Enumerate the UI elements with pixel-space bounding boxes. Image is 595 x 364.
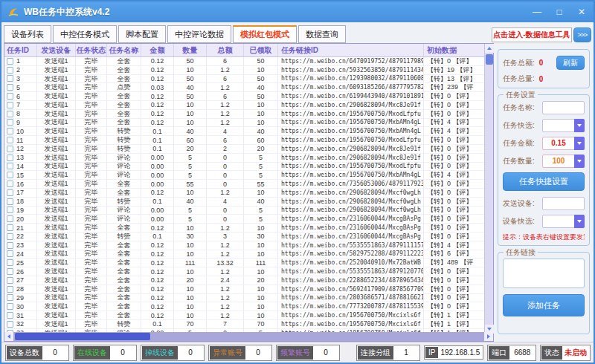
row-checkbox[interactable] — [7, 58, 13, 65]
row-checkbox[interactable] — [7, 233, 13, 240]
row-checkbox[interactable] — [7, 294, 13, 301]
table-row[interactable]: 29发送端1完毕全套0.12101.210https://m.weibo.cn/… — [4, 294, 493, 303]
row-checkbox[interactable] — [7, 119, 13, 126]
table-row[interactable]: 31发送端1完毕全套0.12101.210https://m.weibo.cn/… — [4, 311, 493, 320]
column-header-id[interactable]: 任务ID — [4, 44, 37, 56]
column-header-name[interactable]: 任务名称 — [107, 44, 141, 56]
row-checkbox[interactable] — [7, 268, 13, 275]
horizontal-scrollbar[interactable] — [4, 332, 493, 341]
row-checkbox[interactable] — [7, 102, 13, 108]
refresh-button[interactable]: 刷新 — [556, 56, 585, 70]
table-row[interactable]: 14发送端1完毕评论0.00505https://m.weibo.cn/1956… — [4, 163, 493, 172]
table-row[interactable]: 25发送端1完毕全套0.1211113.32111https://m.weibo… — [4, 259, 493, 267]
column-header-status[interactable]: 任务状态 — [76, 44, 107, 56]
expand-tool-button[interactable]: >>> — [573, 27, 591, 42]
table-row[interactable]: 3发送端1完毕全套0.1250650https://m.weibo.cn/129… — [4, 75, 493, 84]
minimize-icon[interactable]: — — [531, 7, 543, 17]
table-row[interactable]: 12发送端1完毕转赞0.120220https://m.weibo.cn/290… — [4, 145, 493, 154]
data-tool-button[interactable]: 点击进入-数据信息工具 — [492, 27, 572, 42]
task-link-textarea[interactable] — [503, 259, 585, 288]
row-checkbox[interactable] — [7, 181, 13, 187]
task-amount-input[interactable]: 0.15 — [542, 137, 575, 150]
table-row[interactable]: 9发送端1完毕全套0.12101.210https://m.weibo.cn/1… — [4, 119, 493, 128]
row-checkbox[interactable] — [7, 146, 13, 152]
tab-red-packet-sim[interactable]: 模拟红包模式 — [233, 25, 297, 43]
row-checkbox[interactable] — [7, 250, 13, 257]
row-checkbox[interactable] — [7, 286, 13, 293]
tab-data-query[interactable]: 数据查询 — [298, 25, 346, 43]
column-header-amount[interactable]: 金额 — [141, 44, 174, 56]
row-checkbox[interactable] — [7, 163, 13, 169]
row-checkbox[interactable] — [7, 189, 13, 196]
column-header-link[interactable]: 任务链接ID — [278, 44, 424, 56]
table-row[interactable]: 7发送端1完毕全套0.12101.210https://m.weibo.cn/2… — [4, 101, 493, 110]
chevron-down-icon[interactable] — [574, 137, 585, 150]
column-header-count[interactable]: 数量 — [174, 44, 207, 56]
tab-central-task-mode[interactable]: 中控任务模式 — [53, 25, 117, 43]
chevron-down-icon[interactable] — [574, 155, 585, 168]
table-row[interactable]: 10发送端1完毕转赞0.140440https://m.weibo.cn/195… — [4, 127, 493, 136]
table-row[interactable]: 15发送端1完毕评论0.00505https://m.weibo.cn/1956… — [4, 171, 493, 180]
table-row[interactable]: 2发送端1完毕全套0.12101.210https://m.weibo.cn/5… — [4, 66, 493, 75]
row-checkbox[interactable] — [7, 137, 13, 143]
send-device-input[interactable] — [542, 197, 585, 210]
table-row[interactable]: 20发送端1完毕评论0.00505https://m.weibo.cn/2316… — [4, 215, 493, 224]
column-header-init[interactable]: 初始数据 — [424, 44, 493, 56]
table-row[interactable]: 17发送端1完毕全套0.12101.210https://m.weibo.cn/… — [4, 189, 493, 198]
add-task-button[interactable]: 添加任务 — [503, 294, 585, 316]
tab-device-list[interactable]: 设备列表 — [4, 25, 51, 43]
scroll-left-icon[interactable] — [4, 332, 13, 341]
row-checkbox[interactable] — [7, 111, 13, 117]
task-name-input[interactable] — [542, 101, 585, 114]
row-checkbox[interactable] — [7, 172, 13, 178]
row-checkbox[interactable] — [7, 128, 13, 134]
table-row[interactable]: 6发送端1完毕全套0.1250650https://m.weibo.cn/619… — [4, 92, 493, 101]
table-row[interactable]: 22发送端1完毕转赞0.130330https://m.weibo.cn/231… — [4, 233, 493, 241]
close-icon[interactable]: ✕ — [576, 7, 588, 17]
table-row[interactable]: 13发送端1完毕评论0.00505https://m.weibo.cn/2906… — [4, 154, 493, 163]
chevron-down-icon[interactable] — [574, 215, 585, 228]
table-row[interactable]: 5发送端1完毕点赞0.03401.240https://m.weibo.cn/6… — [4, 83, 493, 92]
table-row[interactable]: 1发送端1完毕全套0.1250650https://m.weibo.cn/647… — [4, 57, 493, 66]
row-checkbox[interactable] — [7, 277, 13, 284]
table-row[interactable]: 26发送端1完毕全套0.12101.210https://m.weibo.cn/… — [4, 267, 493, 276]
row-checkbox[interactable] — [7, 207, 13, 213]
table-row[interactable]: 23发送端1完毕全套0.12101.210https://m.weibo.cn/… — [4, 241, 493, 250]
device-quick-select[interactable] — [542, 215, 585, 228]
tab-central-comment-data[interactable]: 中控评论数据 — [167, 25, 231, 43]
vertical-scroll-thumb[interactable] — [486, 54, 493, 65]
maximize-icon[interactable]: □ — [553, 7, 565, 17]
row-checkbox[interactable] — [7, 93, 13, 100]
scroll-up-icon[interactable] — [485, 44, 494, 53]
vertical-scrollbar[interactable] — [484, 44, 493, 334]
row-checkbox[interactable] — [7, 321, 13, 328]
row-checkbox[interactable] — [7, 303, 13, 310]
task-count-input[interactable]: 100 — [542, 155, 575, 168]
task-count-select[interactable] — [577, 155, 585, 168]
table-row[interactable]: 11发送端1完毕转赞0.160660https://m.weibo.cn/195… — [4, 136, 493, 145]
scroll-right-icon[interactable] — [484, 332, 493, 341]
row-checkbox[interactable] — [7, 259, 13, 266]
column-header-device[interactable]: 发送设备 — [37, 44, 76, 56]
table-row[interactable]: 30发送端1完毕全套0.12101.210https://m.weibo.cn/… — [4, 302, 493, 311]
task-amount-select[interactable] — [577, 137, 585, 150]
tab-script-config[interactable]: 脚本配置 — [118, 25, 166, 43]
row-checkbox[interactable] — [7, 215, 13, 222]
row-checkbox[interactable] — [7, 84, 13, 91]
table-row[interactable]: 28发送端1完毕全套0.12101.210https://m.weibo.cn/… — [4, 285, 493, 294]
table-row[interactable]: 27发送端1完毕全套0.12202.420https://m.weibo.cn/… — [4, 276, 493, 285]
table-row[interactable]: 21发送端1完毕全套0.12101.210https://m.weibo.cn/… — [4, 224, 493, 233]
task-quick-select[interactable] — [542, 119, 585, 132]
quick-set-button[interactable]: 任务快捷设置 — [503, 172, 585, 191]
table-row[interactable]: 32发送端1完毕转赞0.170770https://m.weibo.cn/195… — [4, 320, 493, 329]
table-row[interactable]: 8发送端1完毕全套0.12101.210https://m.weibo.cn/1… — [4, 110, 493, 119]
row-checkbox[interactable] — [7, 75, 13, 82]
row-checkbox[interactable] — [7, 67, 13, 74]
column-header-received[interactable]: 已领取 — [244, 44, 278, 56]
horizontal-scroll-thumb[interactable] — [15, 333, 150, 340]
chevron-down-icon[interactable] — [574, 119, 585, 132]
table-row[interactable]: 19发送端1完毕评论0.00505https://m.weibo.cn/2906… — [4, 207, 493, 215]
row-checkbox[interactable] — [7, 242, 13, 249]
table-row[interactable]: 24发送端1完毕全套0.12101.210https://m.weibo.cn/… — [4, 250, 493, 259]
table-row[interactable]: 16发送端1完毕全套0.0055055https://m.weibo.cn/73… — [4, 180, 493, 189]
